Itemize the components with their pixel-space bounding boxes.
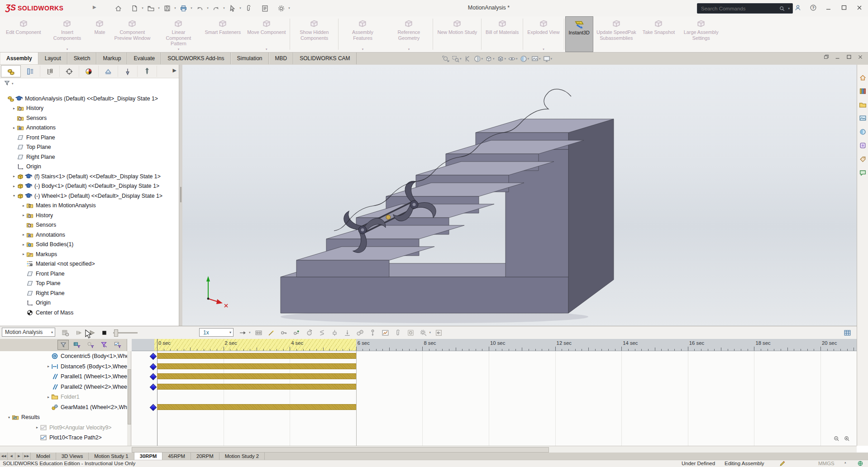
doc-tab-motion-study-2[interactable]: Motion Study 2 — [219, 453, 265, 460]
motion-props-button[interactable] — [419, 328, 428, 337]
tree-item-markups[interactable]: ▸Markups — [0, 249, 179, 259]
tree-item-origin[interactable]: Origin — [0, 162, 179, 172]
motion-item-parallel2-wheel-2[interactable]: Parallel2 (Wheel<2>,Wheel<4>) — [0, 382, 127, 392]
fm-cam-tab[interactable] — [118, 66, 138, 77]
expand-arrow[interactable]: ▸ — [11, 126, 17, 130]
show-hidden-components-button[interactable]: Show Hidden Components — [291, 16, 337, 52]
component-preview-window-button[interactable]: Component Preview Window — [109, 16, 155, 52]
fm-display-tab[interactable] — [79, 66, 99, 77]
menu-expand-icon[interactable]: ▶ — [93, 5, 96, 10]
results-chart-button[interactable] — [381, 328, 390, 337]
smart-fasteners-button[interactable]: Smart Fasteners — [201, 16, 244, 52]
bill-of-materials-button[interactable]: Bill of Materials — [482, 16, 522, 52]
cursor-dropdown[interactable]: ▾ — [238, 6, 243, 10]
key-diamond[interactable] — [150, 383, 157, 391]
ribbon-dropdown-arrow[interactable]: ▾ — [178, 48, 180, 52]
filter-results-button[interactable] — [112, 340, 123, 350]
doc-tab-30rpm[interactable]: 30RPM — [134, 453, 163, 460]
cursor-button[interactable] — [226, 2, 238, 14]
tree-item-right-plane[interactable]: Right Plane — [0, 152, 179, 162]
zoom-fit-button[interactable] — [442, 55, 450, 63]
section-button[interactable]: ▾ — [473, 55, 483, 63]
horizontal-scrollbar[interactable] — [0, 446, 857, 453]
contact-button[interactable] — [355, 328, 365, 337]
key-diamond[interactable] — [150, 404, 157, 411]
graphics-viewport[interactable] — [182, 65, 857, 326]
doc-tab-motion-study-1[interactable]: Motion Study 1 — [89, 453, 134, 460]
doc-tab-20rpm[interactable]: 20RPM — [191, 453, 219, 460]
expand-arrow[interactable]: ▸ — [21, 233, 26, 237]
tree-item-annotations[interactable]: ▸Annotations — [0, 123, 179, 133]
take-snapshot-button[interactable]: Take Snapshot — [639, 16, 678, 52]
rp-forum-button[interactable] — [859, 169, 867, 176]
display-style-button[interactable]: ▾ — [496, 55, 506, 63]
zoom-area-button[interactable]: ▾ — [452, 55, 462, 63]
ribbon-dropdown-arrow[interactable]: ▾ — [408, 48, 410, 52]
splitter-grip[interactable] — [180, 187, 181, 202]
zoom-out-button[interactable] — [833, 435, 840, 442]
calculate-button[interactable] — [60, 328, 71, 337]
rp-appearances-button[interactable] — [859, 128, 867, 136]
paperclip-button[interactable] — [243, 2, 254, 14]
tree-item-origin[interactable]: Origin — [0, 298, 179, 308]
folder-open-dropdown[interactable]: ▾ — [157, 6, 161, 10]
search-commands-box[interactable]: ▾ — [697, 3, 793, 14]
tree-item-history[interactable]: ▸History — [0, 210, 179, 220]
tree-item-history[interactable]: ▸History — [0, 104, 179, 114]
appearance-button[interactable]: ▾ — [520, 55, 529, 63]
gravity-button[interactable] — [368, 328, 377, 337]
doc-tab-model[interactable]: Model — [31, 453, 56, 460]
tree-item-mates-in-motionanalysi[interactable]: ▸Mates in MotionAnalysis — [0, 201, 179, 211]
spring-button[interactable] — [317, 328, 327, 337]
tab-simulation[interactable]: Simulation — [231, 52, 269, 64]
globe-icon[interactable] — [857, 460, 863, 467]
tab-layout[interactable]: Layout — [38, 52, 67, 64]
new-motion-study-button[interactable]: New Motion Study — [434, 16, 480, 52]
minimize-button[interactable] — [824, 3, 834, 13]
study-type-combo[interactable]: Motion Analysis ▾ — [2, 328, 55, 337]
collapse-panel-button[interactable] — [434, 328, 444, 337]
scene-button[interactable]: ▾ — [531, 55, 541, 63]
motion-props-dropdown[interactable]: ▾ — [429, 331, 431, 334]
playback-speed-combo[interactable]: 1x ▾ — [199, 328, 234, 337]
view-cube-button[interactable]: ▾ — [485, 55, 495, 63]
expand-arrow[interactable]: ▸ — [11, 184, 17, 188]
save-dropdown[interactable]: ▾ — [173, 6, 177, 10]
doc-tab-3d-views[interactable]: 3D Views — [56, 453, 89, 460]
prev-view-button[interactable] — [463, 55, 472, 63]
tab-mbd[interactable]: MBD — [269, 52, 294, 64]
ribbon-dropdown-arrow[interactable]: ▾ — [67, 48, 68, 52]
ribbon-dropdown-arrow[interactable]: ▾ — [543, 48, 544, 52]
play-from-start-button[interactable] — [73, 328, 84, 337]
tab-sketch[interactable]: Sketch — [67, 52, 97, 64]
nav-prev-button[interactable]: ◀ — [8, 453, 15, 460]
filter-animated-button[interactable] — [71, 340, 82, 350]
file-new-dropdown[interactable]: ▾ — [140, 6, 145, 10]
nav-last-button[interactable]: ▶▶ — [23, 453, 31, 460]
motion-item-plot9-angular-velo[interactable]: ▸Plot9<Angular Velocity9> — [0, 423, 127, 433]
ribbon-dropdown-arrow[interactable]: ▾ — [362, 48, 364, 52]
folder-open-button[interactable] — [145, 2, 157, 14]
units-dropdown-icon[interactable]: ▴ — [844, 461, 846, 464]
update-speedpak-subassemblies-button[interactable]: Update SpeedPak Subassemblies — [593, 16, 639, 52]
tree-item-top-plane[interactable]: Top Plane — [0, 279, 179, 289]
move-component-button[interactable]: Move Component▾ — [244, 16, 289, 52]
print-button[interactable] — [177, 2, 189, 14]
search-dropdown-icon[interactable]: ▾ — [788, 7, 790, 10]
edit-component-button[interactable]: Edit Component — [3, 16, 44, 52]
sim-setup-button[interactable] — [406, 328, 415, 337]
expand-arrow[interactable]: ▸ — [11, 174, 17, 178]
home-button[interactable] — [112, 2, 124, 14]
undo-dropdown[interactable]: ▾ — [205, 6, 210, 10]
linear-component-pattern-button[interactable]: Linear Component Pattern▾ — [155, 16, 201, 52]
tab-assembly[interactable]: Assembly — [0, 52, 38, 64]
timeline-bar[interactable] — [157, 404, 356, 410]
file-new-button[interactable] — [129, 2, 140, 14]
motion-item-results[interactable]: ▾Results — [0, 412, 127, 423]
force-button[interactable] — [343, 328, 352, 337]
close-button[interactable] — [854, 3, 864, 13]
tree-item-body-1-default[interactable]: ▸(-) Body<1> (Default) <<Default>_Displa… — [0, 181, 179, 191]
expand-arrow[interactable]: ▸ — [34, 425, 40, 429]
animation-wizard-button[interactable] — [267, 328, 276, 337]
timeline-bar[interactable] — [157, 363, 356, 369]
